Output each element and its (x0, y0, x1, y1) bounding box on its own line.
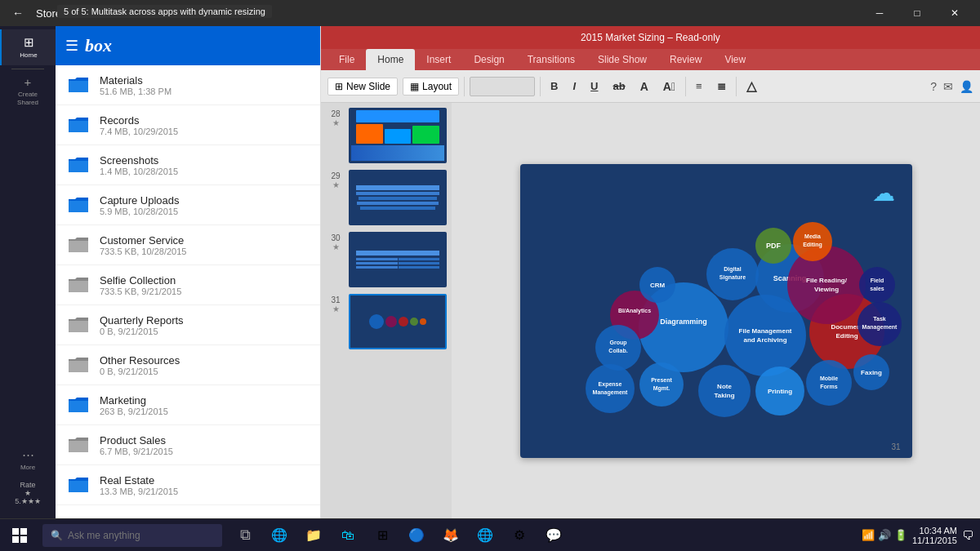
box-folder-list[interactable]: Materials51.6 MB, 1:38 PM Records7.4 MB,… (56, 65, 320, 518)
home-icon: ⊞ (24, 35, 34, 50)
edge-browser-icon[interactable]: 🌐 (263, 519, 296, 552)
slide-thumbnail-30[interactable] (349, 232, 447, 287)
battery-icon[interactable]: 🔋 (894, 529, 907, 541)
ppt-ribbon: FileHomeInsertDesignTransitionsSlide Sho… (321, 49, 980, 103)
chart-bar (356, 110, 440, 122)
window-controls: ─ □ ✕ (861, 0, 973, 26)
label-faxing: Faxing (861, 369, 882, 376)
start-button[interactable] (0, 519, 39, 552)
slide-number-30: 30 (331, 233, 340, 242)
store-icon[interactable]: 🛍 (332, 519, 364, 552)
content-area: ⊞ Home + CreateShared ⋯ More Rate★5.★★★ (0, 26, 980, 518)
chart-bars (356, 124, 440, 144)
slide-thumb-28[interactable]: 28 ★ (324, 106, 448, 165)
box-folder-item[interactable]: Customer Service733.5 KB, 10/28/2015 (56, 225, 320, 265)
box-folder-item[interactable]: Selfie Collection733.5 KB, 9/21/2015 (56, 265, 320, 305)
box-folder-item[interactable]: Quarterly Reports0 B, 9/21/2015 (56, 305, 320, 345)
highlight-button[interactable]: Aͦ (658, 78, 680, 96)
taskbar: 🔍 ⧉ 🌐 📁 🛍 ⊞ 🔵 🦊 🌐 ⚙ 💬 📶 🔊 🔋 10:34 AM 11/… (0, 518, 980, 551)
back-button[interactable]: ← (7, 2, 29, 24)
close-button[interactable]: ✕ (936, 0, 973, 26)
label-gc-1: Group (609, 340, 626, 346)
shape-button[interactable]: △ (742, 76, 761, 96)
network-icon[interactable]: 📶 (862, 529, 875, 541)
slide-thumb-29[interactable]: 29 ★ (324, 168, 448, 227)
firefox-icon[interactable]: 🦊 (434, 519, 467, 552)
label-diagramming-1: Diagramming (660, 318, 707, 326)
store-sidebar: ⊞ Home + CreateShared ⋯ More Rate★5.★★★ (0, 26, 56, 518)
box-folder-item[interactable]: Product Sales6.7 MB, 9/21/2015 (56, 425, 320, 465)
slide-num-col-30: 30 ★ (326, 232, 345, 251)
underline-button[interactable]: U (586, 78, 603, 95)
user-icon[interactable]: 👤 (960, 80, 973, 93)
ppt-tab-insert[interactable]: Insert (415, 49, 462, 70)
slide-thumbnail-31[interactable] (349, 294, 447, 349)
search-input[interactable] (68, 530, 198, 541)
app-icon-4[interactable]: 💬 (537, 519, 570, 552)
folder-icon (65, 392, 91, 418)
box-folder-item[interactable]: Other Resources0 B, 9/21/2015 (56, 345, 320, 385)
italic-button[interactable]: I (568, 78, 581, 95)
layout-button[interactable]: ▦ Layout (403, 78, 459, 96)
folder-icon (65, 432, 91, 458)
box-folder-item[interactable]: Real Estate13.3 MB, 9/21/2015 (56, 465, 320, 505)
slide-thumb-31[interactable]: 31 ★ (324, 292, 448, 351)
bubble-file-reading (787, 246, 866, 324)
box-folder-item[interactable]: Screenshots1.4 MB, 10/28/2015 (56, 145, 320, 185)
box-folder-item[interactable]: Records7.4 MB, 10/29/2015 (56, 105, 320, 145)
folder-info: Marketing263 B, 9/21/2015 (100, 394, 168, 416)
slide-star-29: ★ (332, 180, 340, 189)
chrome-icon[interactable]: 🔵 (400, 519, 433, 552)
ppt-tab-design[interactable]: Design (462, 49, 515, 70)
label-pdf: PDF (766, 242, 782, 250)
label-pm-2: Mgmt. (653, 385, 670, 392)
bubble-chart-svg: ☁ Diagramming File Management and Archiv… (520, 164, 912, 458)
ppt-tab-transitions[interactable]: Transitions (516, 49, 586, 70)
ppt-tab-review[interactable]: Review (658, 49, 713, 70)
svg-rect-1 (20, 528, 27, 535)
box-folder-item[interactable]: Materials51.6 MB, 1:38 PM (56, 65, 320, 105)
taskbar-search-box[interactable]: 🔍 (42, 524, 222, 547)
numbered-list-button[interactable]: ≣ (712, 78, 731, 95)
bubble-present (639, 362, 684, 407)
folder-svg (67, 76, 90, 94)
bold-button[interactable]: B (546, 78, 563, 95)
new-slide-button[interactable]: ⊞ New Slide (327, 78, 398, 96)
bullet-list-button[interactable]: ≡ (691, 78, 707, 95)
ppt-tab-view[interactable]: View (713, 49, 757, 70)
font-color-button[interactable]: A (635, 78, 653, 96)
maximize-button[interactable]: □ (898, 0, 936, 26)
feedback-icon[interactable]: ✉ (943, 80, 953, 93)
ppt-tab-home[interactable]: Home (366, 49, 415, 70)
ppt-tab-slide-show[interactable]: Slide Show (586, 49, 658, 70)
store-nav-home[interactable]: ⊞ Home (0, 29, 56, 65)
font-size-input[interactable] (470, 77, 535, 96)
clock-display[interactable]: 10:34 AM 11/11/2015 (912, 526, 957, 545)
app-icon-2[interactable]: 🌐 (469, 519, 501, 552)
slide-panel[interactable]: 28 ★ (321, 103, 452, 518)
minimize-button[interactable]: ─ (861, 0, 898, 26)
notification-icon[interactable]: 🗨 (962, 529, 973, 542)
svg-rect-2 (12, 536, 19, 543)
help-icon[interactable]: ? (930, 80, 937, 93)
slide-thumbnail-29[interactable] (349, 170, 447, 225)
strikethrough-button[interactable]: ab (608, 78, 630, 95)
slide-thumb-30[interactable]: 30 ★ (324, 230, 448, 289)
text-row (356, 185, 440, 190)
folder-name: Quarterly Reports (100, 314, 184, 327)
ppt-tab-file[interactable]: File (327, 49, 366, 70)
box-folder-item[interactable]: Capture Uploads5.9 MB, 10/28/2015 (56, 185, 320, 225)
task-view-button[interactable]: ⧉ (229, 519, 261, 552)
folder-name: Other Resources (100, 354, 180, 367)
store-nav-more[interactable]: ⋯ More (0, 442, 56, 478)
store-nav-create[interactable]: + CreateShared (0, 73, 56, 109)
box-folder-item[interactable]: Marketing263 B, 9/21/2015 (56, 385, 320, 425)
slide-thumbnail-28[interactable] (349, 108, 447, 163)
app-icon-3[interactable]: ⚙ (503, 519, 536, 552)
slide-main-area[interactable]: ☁ Diagramming File Management and Archiv… (452, 103, 980, 518)
app-icon-1[interactable]: ⊞ (366, 519, 399, 552)
volume-icon[interactable]: 🔊 (878, 529, 891, 541)
file-explorer-icon[interactable]: 📁 (297, 519, 330, 552)
hamburger-icon[interactable]: ☰ (65, 37, 78, 55)
folder-icon (65, 272, 91, 298)
